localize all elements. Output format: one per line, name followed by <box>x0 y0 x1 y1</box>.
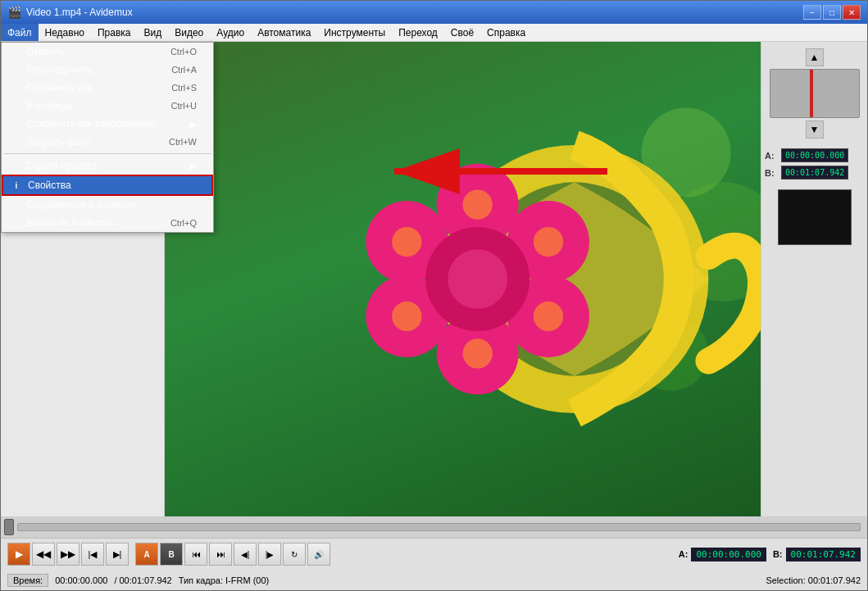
minimize-button[interactable]: − <box>803 5 821 20</box>
svg-point-12 <box>448 249 507 309</box>
a-time-display: 00:00:00.000 <box>691 548 766 561</box>
menu-append[interactable]: Присоединить... Ctrl+A <box>2 61 213 79</box>
menu-save-as[interactable]: Сохранить как... Ctrl+S <box>2 79 213 97</box>
timeline-track[interactable] <box>17 523 861 531</box>
time-b-row: B: 00:01:07.942 <box>765 166 864 180</box>
svg-point-16 <box>463 339 493 368</box>
menu-audio[interactable]: Аудио <box>210 24 251 41</box>
volume-button[interactable]: 🔊 <box>307 543 330 566</box>
close-button[interactable]: ✕ <box>843 5 861 20</box>
title-bar-controls: − □ ✕ <box>803 5 861 20</box>
video-display <box>165 42 761 516</box>
forward-button[interactable]: ▶▶ <box>57 543 80 566</box>
b-label: B: <box>773 549 783 559</box>
menu-edit[interactable]: Правка <box>91 24 138 41</box>
next-frame-button[interactable]: |▶ <box>258 543 281 566</box>
playback-controls: ▶ ◀◀ ▶▶ |◀ ▶| A B ⏮ ⏭ ◀| |▶ ↻ 🔊 A: 00:00… <box>1 539 867 571</box>
time-panel: A: 00:00:00.000 B: 00:01:07.942 <box>765 148 864 180</box>
menu-view[interactable]: Вид <box>138 24 169 41</box>
window-title: Video 1.mp4 - Avidemux <box>26 7 133 18</box>
play-button[interactable]: ▶ <box>7 543 30 566</box>
time-a-display: A: 00:00:00.000 <box>679 548 766 561</box>
svg-point-13 <box>463 189 493 219</box>
time-label: Время: <box>7 574 48 587</box>
menu-custom[interactable]: Своё <box>444 24 480 41</box>
seek-panel: ▲ ▼ <box>765 48 864 139</box>
svg-point-14 <box>534 227 563 257</box>
current-time: 00:00:00.000 <box>55 575 107 585</box>
properties-info-icon: i <box>10 179 23 192</box>
mark-a-button[interactable]: A <box>135 543 158 566</box>
time-b-label: B: <box>765 168 778 178</box>
preview-box <box>778 189 852 245</box>
menu-save-image[interactable]: Сохранить как изображение ▶ <box>2 115 213 133</box>
time-b-value: 00:01:07.942 <box>781 166 848 180</box>
video-frame <box>165 42 761 516</box>
goto-end-button[interactable]: ⏭ <box>209 543 232 566</box>
menu-bar: Файл Открыть... Ctrl+O Присоединить... C… <box>1 24 867 42</box>
loop-button[interactable]: ↻ <box>283 543 306 566</box>
timeline-handle[interactable] <box>4 519 14 535</box>
status-bar: Время: 00:00:00.000 / 00:01:07.942 Тип к… <box>1 571 867 590</box>
scroll-down-button[interactable]: ▼ <box>806 120 824 139</box>
time-b-display: B: 00:01:07.942 <box>773 548 861 561</box>
time-a-label: A: <box>765 151 778 161</box>
menu-video[interactable]: Видео <box>168 24 210 41</box>
skip-forward-button[interactable]: ▶| <box>106 543 129 566</box>
app-window: 🎬 Video 1.mp4 - Avidemux − □ ✕ Файл Откр… <box>0 0 868 591</box>
menu-queue[interactable]: В очередь Ctrl+U <box>2 97 213 115</box>
menu-close-file[interactable]: Закрыть файл Ctrl+W <box>2 133 213 151</box>
mark-b-button[interactable]: B <box>160 543 183 566</box>
bottom-area: ▶ ◀◀ ▶▶ |◀ ▶| A B ⏮ ⏭ ◀| |▶ ↻ 🔊 A: 00:00… <box>1 516 867 590</box>
app-icon: 🎬 <box>7 6 21 19</box>
scroll-up-button[interactable]: ▲ <box>806 48 824 66</box>
prev-frame-button[interactable]: ◀| <box>234 543 257 566</box>
menu-help[interactable]: Справка <box>480 24 532 41</box>
timeline-row <box>1 517 867 539</box>
frame-type: Тип кадра: I-FRM (00) <box>179 575 270 585</box>
menu-exit[interactable]: Выйти из Avidemux Ctrl+Q <box>2 214 213 232</box>
total-time: / 00:01:07.942 <box>114 575 171 585</box>
selection-status: Selection: 00:01:07.942 <box>766 575 861 585</box>
a-label: A: <box>679 549 688 559</box>
title-bar: 🎬 Video 1.mp4 - Avidemux − □ ✕ <box>1 1 867 24</box>
menu-script[interactable]: Скрипт проекта ▶ <box>2 157 213 175</box>
seek-track[interactable] <box>770 69 860 118</box>
file-dropdown-menu: Открыть... Ctrl+O Присоединить... Ctrl+A… <box>1 42 214 233</box>
right-panel: ▲ ▼ A: 00:00:00.000 B: 00:01:07.942 <box>761 42 867 516</box>
rewind-button[interactable]: ◀◀ <box>32 543 55 566</box>
svg-point-17 <box>392 302 421 331</box>
time-a-value: 00:00:00.000 <box>781 148 848 162</box>
menu-tools[interactable]: Инструменты <box>317 24 392 41</box>
svg-point-18 <box>392 227 421 257</box>
status-time-area: A: 00:00:00.000 B: 00:01:07.942 <box>679 548 861 561</box>
goto-start-button[interactable]: ⏮ <box>184 543 207 566</box>
skip-back-button[interactable]: |◀ <box>81 543 104 566</box>
menu-recent[interactable]: Недавно <box>39 24 91 41</box>
time-a-row: A: 00:00:00.000 <box>765 148 864 162</box>
separator-1 <box>3 153 211 154</box>
menu-open[interactable]: Открыть... Ctrl+O <box>2 43 213 61</box>
video-column <box>165 42 761 516</box>
menu-properties[interactable]: i Свойства <box>2 175 213 196</box>
menu-goto[interactable]: Переход <box>392 24 444 41</box>
b-time-display: 00:01:07.942 <box>786 548 861 561</box>
svg-point-15 <box>534 302 563 331</box>
menu-file[interactable]: Файл Открыть... Ctrl+O Присоединить... C… <box>1 24 39 41</box>
menu-connect-avsproxy[interactable]: Соединиться с avsproxy <box>2 196 213 214</box>
menu-auto[interactable]: Автоматика <box>251 24 317 41</box>
seek-marker <box>810 70 813 117</box>
maximize-button[interactable]: □ <box>823 5 841 20</box>
